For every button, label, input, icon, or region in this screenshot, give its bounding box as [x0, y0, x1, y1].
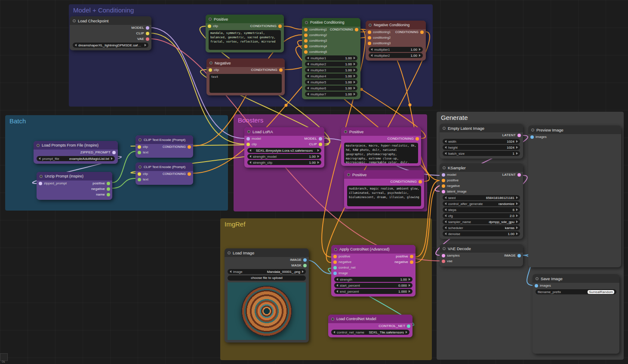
- collapse-dot-icon[interactable]: [40, 175, 43, 178]
- widget-sampler-name[interactable]: sampler_namedpmpp_sde_gpu: [443, 219, 520, 224]
- choose-file-button[interactable]: choose file to upload: [228, 275, 306, 281]
- widget-control-net-name[interactable]: control_net_nameSDXL_Tile.safetensors: [331, 330, 409, 335]
- output-slot-clip[interactable]: CLIP: [136, 31, 149, 35]
- node-header[interactable]: Unzip Prompt (Inspire): [37, 172, 112, 180]
- slot-dot[interactable]: [303, 258, 307, 262]
- output-slot-conditioning[interactable]: CONDITIONING: [163, 145, 191, 149]
- slot-dot[interactable]: [333, 272, 337, 275]
- slot-dot[interactable]: [39, 182, 42, 185]
- input-slot-latent-image[interactable]: latent_image: [442, 190, 467, 193]
- node-vae-decode[interactable]: VAE Decode samples IMAGE vae: [440, 244, 523, 266]
- node-header[interactable]: Empty Latent Image: [440, 124, 523, 132]
- input-slot-conditioning2[interactable]: conditioning2: [368, 36, 391, 40]
- arrow-left-icon[interactable]: [230, 270, 231, 273]
- widget-strength[interactable]: strength1.00: [334, 277, 413, 282]
- slot-dot[interactable]: [442, 190, 445, 193]
- slot-dot[interactable]: [138, 172, 141, 176]
- output-slot-conditioning[interactable]: CONDITIONING: [390, 180, 422, 184]
- node-ksampler[interactable]: KSampler model LATENT positive negative …: [440, 163, 523, 239]
- arrow-right-icon[interactable]: [406, 331, 407, 333]
- input-slot-conditioning3[interactable]: conditioning3: [368, 42, 391, 45]
- output-slot-mask[interactable]: MASK: [292, 263, 307, 267]
- arrow-left-icon[interactable]: [445, 214, 446, 217]
- node-header[interactable]: Load Checkpoint: [70, 16, 151, 25]
- node-header[interactable]: Positive: [344, 170, 424, 179]
- widget-multiplier2[interactable]: multiplier21.00: [305, 61, 357, 67]
- node-header[interactable]: Load ControlNet Model: [328, 315, 413, 323]
- arrow-right-icon[interactable]: [354, 57, 355, 59]
- widget-height[interactable]: height1024: [443, 145, 520, 150]
- node-header[interactable]: CLIP Text Encode (Prompt): [135, 162, 193, 171]
- arrow-right-icon[interactable]: [354, 69, 355, 71]
- input-slot-clip[interactable]: clip: [209, 68, 219, 72]
- widget-width[interactable]: width1024: [443, 139, 520, 144]
- input-slot-control-net[interactable]: control_net: [333, 266, 356, 269]
- arrow-left-icon[interactable]: [249, 149, 251, 152]
- slot-dot[interactable]: [209, 68, 212, 72]
- collapse-dot-icon[interactable]: [443, 247, 446, 250]
- arrow-right-icon[interactable]: [354, 75, 355, 77]
- arrow-left-icon[interactable]: [336, 278, 338, 281]
- input-slot-images[interactable]: images: [535, 284, 551, 288]
- arrow-right-icon[interactable]: [516, 196, 518, 199]
- node-negative-conditioning[interactable]: Negative Conditioning conditioning1 COND…: [366, 21, 426, 61]
- node-load-image[interactable]: Load Image IMAGE MASK imageMandala_00001…: [225, 248, 309, 343]
- collapse-dot-icon[interactable]: [334, 248, 337, 251]
- collapse-dot-icon[interactable]: [305, 21, 308, 24]
- node-header[interactable]: Positive: [206, 15, 284, 23]
- collapse-dot-icon[interactable]: [344, 130, 347, 133]
- node-header[interactable]: Positive: [341, 127, 421, 136]
- widget-multiplier7[interactable]: multiplier71.00: [305, 92, 357, 97]
- arrow-left-icon[interactable]: [445, 226, 446, 229]
- arrow-left-icon[interactable]: [445, 220, 446, 223]
- widget-image[interactable]: imageMandala_00001_.png: [228, 269, 306, 274]
- input-slot-conditioning2[interactable]: conditioning2: [304, 34, 327, 37]
- slot-dot[interactable]: [410, 255, 413, 258]
- node-header[interactable]: Apply ControlNet (Advanced): [331, 245, 416, 254]
- output-slot-image[interactable]: IMAGE: [290, 258, 307, 262]
- slot-dot[interactable]: [146, 26, 149, 30]
- output-slot-conditioning[interactable]: CONDITIONING: [163, 172, 191, 176]
- slot-dot[interactable]: [138, 145, 141, 149]
- arrow-right-icon[interactable]: [516, 226, 518, 229]
- widget-multiplier1[interactable]: multiplier11.00: [369, 47, 423, 52]
- slot-dot[interactable]: [410, 260, 413, 264]
- collapse-dot-icon[interactable]: [536, 277, 539, 280]
- arrow-right-icon[interactable]: [145, 44, 146, 46]
- arrow-left-icon[interactable]: [75, 44, 77, 46]
- slot-dot[interactable]: [319, 137, 322, 141]
- arrow-left-icon[interactable]: [445, 208, 446, 211]
- arrow-right-icon[interactable]: [354, 87, 355, 89]
- output-slot-conditioning[interactable]: CONDITIONING: [395, 31, 424, 34]
- input-slot-image[interactable]: image: [333, 271, 348, 275]
- slot-dot[interactable]: [304, 39, 308, 43]
- node-negative-prompt[interactable]: Negative clip CONDITIONING text: [206, 58, 285, 95]
- slot-dot[interactable]: [442, 179, 445, 182]
- slot-dot[interactable]: [416, 137, 419, 141]
- slot-dot[interactable]: [146, 37, 149, 41]
- slot-dot[interactable]: [517, 254, 521, 257]
- input-slot-clip[interactable]: clip: [246, 142, 257, 146]
- node-header[interactable]: VAE Decode: [440, 244, 523, 253]
- output-slot-name[interactable]: name: [96, 193, 110, 196]
- slot-dot[interactable]: [304, 50, 308, 54]
- collapse-dot-icon[interactable]: [443, 127, 446, 130]
- slot-dot[interactable]: [333, 266, 337, 269]
- arrow-left-icon[interactable]: [307, 81, 309, 83]
- slot-dot[interactable]: [333, 260, 337, 264]
- input-slot-conditioning1[interactable]: conditioning1: [368, 31, 391, 34]
- node-header[interactable]: CLIP Text Encode (Prompt): [135, 135, 193, 144]
- output-slot-negative[interactable]: negative: [91, 187, 110, 191]
- widget-seed[interactable]: seed658418186121181: [443, 195, 520, 200]
- arrow-right-icon[interactable]: [317, 155, 319, 158]
- node-unzip-prompt[interactable]: Unzip Prompt (Inspire) zipped_prompt pos…: [37, 172, 112, 200]
- slot-dot[interactable]: [442, 254, 445, 257]
- node-clip-text-encode-1[interactable]: CLIP Text Encode (Prompt) clip CONDITION…: [135, 135, 193, 158]
- widget-lora-name[interactable]: SDXL-Bmrpstyle-Lora-v2.safetensors: [247, 148, 321, 153]
- slot-dot[interactable]: [146, 32, 149, 35]
- widget-prompt-file[interactable]: prompt_fileexampleAdultMagicList.txt: [37, 156, 115, 161]
- slot-dot[interactable]: [304, 28, 308, 31]
- widget-start-percent[interactable]: start_percent0.000: [334, 283, 413, 288]
- slot-dot[interactable]: [368, 36, 371, 40]
- arrow-left-icon[interactable]: [445, 152, 446, 155]
